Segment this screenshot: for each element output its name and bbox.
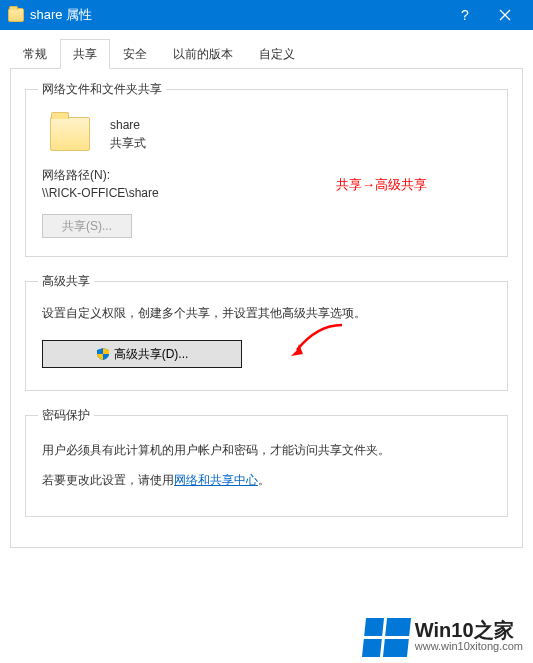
- password-protection-legend: 密码保护: [38, 407, 94, 424]
- network-sharing-legend: 网络文件和文件夹共享: [38, 81, 166, 98]
- advanced-sharing-group: 高级共享 设置自定义权限，创建多个共享，并设置其他高级共享选项。 高级共享(D)…: [25, 273, 508, 391]
- watermark-brand: Win10之家: [415, 622, 523, 638]
- advanced-description: 设置自定义权限，创建多个共享，并设置其他高级共享选项。: [42, 304, 491, 322]
- password-protection-group: 密码保护 用户必须具有此计算机的用户帐户和密码，才能访问共享文件夹。 若要更改此…: [25, 407, 508, 517]
- folder-info: share 共享式: [110, 116, 146, 152]
- advanced-button-label: 高级共享(D)...: [114, 346, 189, 363]
- watermark-url: www.win10xitong.com: [415, 638, 523, 654]
- folder-large-icon: [50, 117, 90, 151]
- dialog-content: 常规 共享 安全 以前的版本 自定义 网络文件和文件夹共享 share 共享式 …: [0, 30, 533, 558]
- network-sharing-group: 网络文件和文件夹共享 share 共享式 网络路径(N): \\RICK-OFF…: [25, 81, 508, 257]
- password-line2-prefix: 若要更改此设置，请使用: [42, 473, 174, 487]
- sharing-panel: 网络文件和文件夹共享 share 共享式 网络路径(N): \\RICK-OFF…: [10, 69, 523, 548]
- tab-previous-versions[interactable]: 以前的版本: [160, 39, 246, 69]
- window-title: share 属性: [30, 6, 445, 24]
- close-button[interactable]: [485, 0, 525, 30]
- shield-icon: [96, 347, 110, 361]
- tab-customize[interactable]: 自定义: [246, 39, 308, 69]
- tab-security[interactable]: 安全: [110, 39, 160, 69]
- help-button[interactable]: ?: [445, 0, 485, 30]
- tab-general[interactable]: 常规: [10, 39, 60, 69]
- password-line2: 若要更改此设置，请使用网络和共享中心。: [42, 470, 491, 490]
- password-line1: 用户必须具有此计算机的用户帐户和密码，才能访问共享文件夹。: [42, 440, 491, 460]
- password-line2-suffix: 。: [258, 473, 270, 487]
- network-sharing-center-link[interactable]: 网络和共享中心: [174, 473, 258, 487]
- advanced-sharing-button[interactable]: 高级共享(D)...: [42, 340, 242, 368]
- folder-icon: [8, 8, 24, 22]
- tab-strip: 常规 共享 安全 以前的版本 自定义: [10, 38, 523, 69]
- titlebar: share 属性 ?: [0, 0, 533, 30]
- folder-name: share: [110, 116, 146, 134]
- windows-logo-icon: [362, 618, 411, 657]
- share-button: 共享(S)...: [42, 214, 132, 238]
- tab-sharing[interactable]: 共享: [60, 39, 110, 69]
- close-icon: [499, 9, 511, 21]
- arrow-annotation-icon: [287, 320, 347, 360]
- annotation-text: 共享→高级共享: [336, 176, 427, 194]
- folder-summary: share 共享式: [38, 108, 495, 162]
- advanced-sharing-legend: 高级共享: [38, 273, 94, 290]
- share-state: 共享式: [110, 134, 146, 152]
- watermark: Win10之家 www.win10xitong.com: [364, 618, 523, 657]
